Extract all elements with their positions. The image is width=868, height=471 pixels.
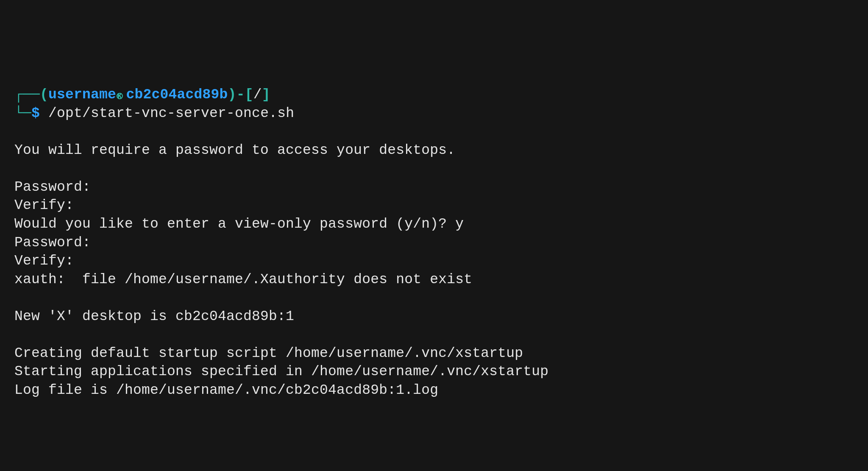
- prompt-bracket-open: [: [245, 87, 253, 103]
- prompt-host: cb2c04acd89b: [126, 87, 228, 103]
- output-line: Starting applications specified in /home…: [14, 364, 548, 379]
- command-input[interactable]: /opt/start-vnc-server-once.sh: [48, 106, 294, 121]
- prompt-bracket-close: ]: [262, 87, 270, 103]
- output-line: Would you like to enter a view-only pass…: [14, 216, 464, 232]
- output-line: Verify:: [14, 253, 74, 269]
- prompt-dollar: $: [31, 106, 40, 121]
- terminal[interactable]: ┌──(usernameK cb2c04acd89b)-[/] └─$ /opt…: [14, 86, 854, 399]
- output-line: New 'X' desktop is cb2c04acd89b:1: [14, 309, 294, 324]
- prompt-line-1: ┌──(usernameK cb2c04acd89b)-[/]: [14, 87, 270, 103]
- prompt-line-2: └─$ /opt/start-vnc-server-once.sh: [14, 106, 294, 121]
- output-line: Password:: [14, 235, 91, 251]
- prompt-box-top: ┌──: [14, 87, 40, 103]
- output-line: You will require a password to access yo…: [14, 142, 455, 158]
- prompt-paren-open: (: [40, 87, 48, 103]
- output-line: Log file is /home/username/.vnc/cb2c04ac…: [14, 382, 438, 398]
- prompt-paren-close: ): [228, 87, 236, 103]
- output-line: Password:: [14, 179, 91, 195]
- at-icon: K: [117, 93, 123, 99]
- prompt-dash: -: [236, 87, 245, 103]
- output-line: Creating default startup script /home/us…: [14, 346, 523, 361]
- prompt-user: username: [48, 87, 116, 103]
- prompt-cwd: /: [253, 87, 262, 103]
- output-line: Verify:: [14, 198, 74, 213]
- output-line: xauth: file /home/username/.Xauthority d…: [14, 272, 472, 287]
- prompt-box-bottom: └─: [14, 106, 31, 121]
